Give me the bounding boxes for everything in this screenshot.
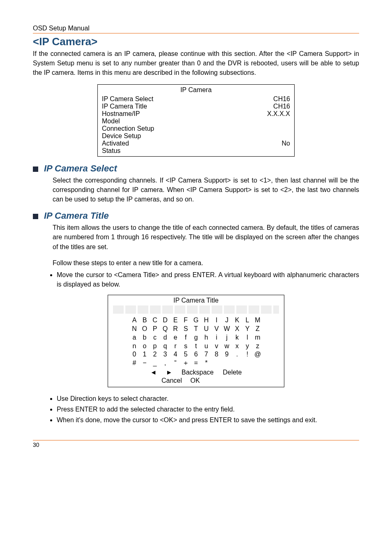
keyboard-key: , <box>160 359 171 368</box>
ip-camera-title-heading: IP Camera Title <box>44 210 109 221</box>
keyboard-key: g <box>191 333 201 342</box>
step-item: Move the cursor to <Camera Title> and pr… <box>57 270 359 289</box>
keyboard-key: x <box>232 342 242 351</box>
keyboard-key: s <box>181 342 191 351</box>
ip-camera-menu-label: IP Camera Title <box>102 103 147 110</box>
keyboard-key: h <box>201 333 212 342</box>
virtual-keyboard-title: IP Camera Title <box>108 295 284 305</box>
keyboard-key: U <box>201 325 212 333</box>
keyboard-key: J <box>222 316 232 325</box>
keyboard-key: 1 <box>140 350 150 359</box>
keyboard-key: 7 <box>201 350 212 359</box>
keyboard-key: S <box>181 325 191 333</box>
keyboard-key: v <box>212 342 222 351</box>
keyboard-key: o <box>140 342 150 351</box>
keyboard-key: L <box>242 316 253 325</box>
keyboard-key: 6 <box>191 350 201 359</box>
keyboard-key: y <box>242 342 253 351</box>
ip-camera-title-body2: Follow these steps to enter a new title … <box>53 258 359 268</box>
ip-camera-menu-label: IP Camera Select <box>102 95 153 103</box>
keyboard-key: K <box>232 316 242 325</box>
kb-cancel-label: Cancel <box>161 377 182 384</box>
keyboard-key: E <box>171 316 181 325</box>
virtual-keyboard-controls: ◄ ► Backspace Delete <box>108 368 284 377</box>
ip-camera-menu-row: IP Camera SelectCH16 <box>102 95 290 103</box>
keyboard-key <box>212 359 222 368</box>
ip-camera-menu-value: CH16 <box>273 103 290 110</box>
header-divider <box>33 33 359 34</box>
ip-camera-menu-title: IP Camera <box>102 86 290 94</box>
ip-camera-menu-box: IP Camera IP Camera SelectCH16IP Camera … <box>97 84 295 157</box>
ip-camera-menu-label: Model <box>102 118 120 125</box>
ip-camera-menu-row: Connection Setup <box>102 125 290 132</box>
keyboard-key: f <box>181 333 191 342</box>
ip-camera-menu-label: Activated <box>102 140 129 147</box>
section-intro: If the connected camera is an IP camera,… <box>33 49 359 78</box>
ip-camera-menu-label: Hostname/IP <box>102 110 140 118</box>
keyboard-key: T <box>191 325 201 333</box>
keyboard-key: k <box>232 333 242 342</box>
virtual-keyboard-box: IP Camera Title ABCDEFGHIJKLMNOPQRSTUVWX… <box>108 295 284 387</box>
ip-camera-menu-value: X.X.X.X <box>267 110 290 118</box>
keyboard-key: e <box>171 333 181 342</box>
keyboard-key: m <box>253 333 263 342</box>
keyboard-key: 3 <box>160 350 171 359</box>
keyboard-key: − <box>140 359 150 368</box>
keyboard-key: _ <box>150 359 160 368</box>
ip-camera-menu-label: Status <box>102 147 120 155</box>
keyboard-key: @ <box>253 350 263 359</box>
keyboard-key: Y <box>242 325 253 333</box>
keyboard-key: G <box>191 316 201 325</box>
keyboard-key: . <box>232 350 242 359</box>
keyboard-key: H <box>201 316 212 325</box>
keyboard-key: 5 <box>181 350 191 359</box>
keyboard-key: b <box>140 333 150 342</box>
keyboard-key: 0 <box>129 350 140 359</box>
keyboard-key: t <box>191 342 201 351</box>
keyboard-key: 4 <box>171 350 181 359</box>
keyboard-key: P <box>150 325 160 333</box>
ip-camera-menu-row: Device Setup <box>102 132 290 140</box>
keyboard-key: D <box>160 316 171 325</box>
virtual-keyboard-input <box>113 305 279 314</box>
ip-camera-menu-row: Model <box>102 118 290 125</box>
keyboard-key: 8 <box>212 350 222 359</box>
ip-camera-menu-row: Hostname/IPX.X.X.X <box>102 110 290 118</box>
ip-camera-menu-label: Connection Setup <box>102 125 154 132</box>
keyboard-key: I <box>212 316 222 325</box>
keyboard-key: O <box>140 325 150 333</box>
kb-right-arrow-icon: ► <box>166 369 173 376</box>
keyboard-row: NOPQRSTUVWXYZ <box>129 325 263 333</box>
keyboard-key <box>222 359 232 368</box>
keyboard-key: w <box>222 342 232 351</box>
keyboard-key: 9 <box>222 350 232 359</box>
ip-camera-menu-row: Status <box>102 147 290 155</box>
keyboard-key <box>232 359 242 368</box>
section-title: <IP Camera> <box>33 35 359 48</box>
instruction-item: When it's done, move the cursor to <OK> … <box>57 415 359 425</box>
keyboard-key: 2 <box>150 350 160 359</box>
footer-divider <box>33 440 359 441</box>
keyboard-key: N <box>129 325 140 333</box>
keyboard-row: abcdefghijklm <box>129 333 263 342</box>
ip-camera-menu-value: CH16 <box>273 95 290 103</box>
keyboard-key: M <box>253 316 263 325</box>
keyboard-key: j <box>222 333 232 342</box>
keyboard-key: i <box>212 333 222 342</box>
keyboard-row: ABCDEFGHIJKLM <box>129 316 263 325</box>
kb-ok-label: OK <box>190 377 200 384</box>
keyboard-key: l <box>242 333 253 342</box>
keyboard-key: q <box>160 342 171 351</box>
keyboard-key: C <box>150 316 160 325</box>
keyboard-key: a <box>129 333 140 342</box>
keyboard-row: 0123456789.!@ <box>129 350 263 359</box>
ip-camera-select-heading: IP Camera Select <box>44 163 117 174</box>
keyboard-key: c <box>150 333 160 342</box>
keyboard-key: W <box>222 325 232 333</box>
keyboard-row: nopqrstuvwxyz <box>129 342 263 351</box>
kb-left-arrow-icon: ◄ <box>150 369 157 376</box>
keyboard-key: ! <box>242 350 253 359</box>
manual-title: OSD Setup Manual <box>33 25 359 32</box>
keyboard-key: “ <box>171 359 181 368</box>
keyboard-key: = <box>191 359 201 368</box>
